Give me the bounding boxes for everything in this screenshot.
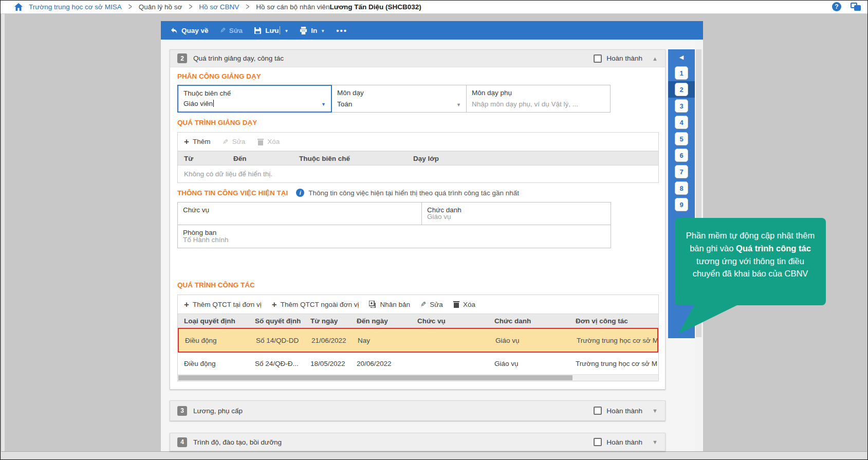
nav-row-3: 3 [668, 98, 695, 114]
section-2-complete-label: Hoàn thành [606, 54, 642, 62]
phongban-label: Phòng ban [183, 229, 216, 236]
mondayphu-field[interactable]: Môn dạy phụ Nhập môn dạy phụ, ví dụ Vật … [466, 85, 611, 113]
edit-button[interactable]: ✎ Sửa [220, 26, 243, 34]
mondayphu-placeholder[interactable]: Nhập môn dạy phụ, ví dụ Vật lý, ... [472, 100, 578, 108]
section-4-header[interactable]: 4 Trình độ, đào tạo, bồi dưỡng Hoàn thàn… [170, 433, 665, 451]
section-3-collapse-icon[interactable]: ▼ [652, 408, 658, 414]
chat-icon[interactable] [851, 3, 861, 11]
text-cursor [213, 100, 214, 107]
teaching-add-button[interactable]: + Thêm [184, 137, 210, 146]
home-icon[interactable] [14, 3, 23, 11]
teaching-delete-button[interactable]: Xóa [257, 138, 280, 145]
work-delete-button[interactable]: Xóa [453, 301, 475, 308]
breadcrumb-current-employee: Lương Tấn Diệu (SHCB032) [329, 3, 421, 11]
nav-row-5: 5 [668, 131, 695, 147]
section-2-title: Quá trình giảng dạy, công tác [193, 54, 284, 62]
tooltip-bold: Quá trình công tác [736, 244, 811, 253]
work-add-internal-button[interactable]: + Thêm QTCT tại đơn vị [184, 300, 262, 309]
teaching-empty-message: Không có dữ liệu để hiển thị. [178, 165, 658, 182]
pencil-icon: ✎ [223, 138, 228, 146]
breadcrumb-current-prefix: Hồ sơ cán bộ nhân viên [256, 3, 329, 11]
section-4-complete-label: Hoàn thành [606, 438, 642, 446]
nav-button-7[interactable]: 7 [675, 165, 688, 178]
teaching-history-table: + Thêm ✎ Sửa Xóa Từ Đến Thuộc biên chế D… [177, 132, 659, 183]
work-history-title: QUÁ TRÌNH CÔNG TÁC [177, 281, 255, 289]
nav-button-8[interactable]: 8 [675, 181, 688, 195]
chucvu-label: Chức vụ [183, 206, 209, 214]
trash-icon [257, 138, 264, 145]
nav-button-4[interactable]: 4 [675, 116, 688, 129]
breadcrumb-separator: > [246, 1, 249, 12]
hscrollbar-thumb[interactable] [178, 375, 572, 380]
section-3-complete-label: Hoàn thành [606, 407, 642, 415]
section-3-badge: 3 [177, 406, 187, 416]
printer-icon [300, 27, 307, 34]
section-2-header[interactable]: 2 Quá trình giảng dạy, công tác Hoàn thà… [170, 50, 665, 67]
bienche-field[interactable]: Thuộc biên chế Giáo viên ▼ [177, 85, 332, 113]
left-edge-strip [2, 14, 5, 459]
nav-row-2-active: 2 [668, 81, 695, 98]
monday-dropdown-caret[interactable]: ▼ [456, 102, 461, 107]
current-job-note: Thông tin công việc hiện tại hiển thị th… [308, 189, 519, 197]
current-job-title: THÔNG TIN CÔNG VIỆC HIỆN TẠI [177, 189, 288, 197]
work-edit-button[interactable]: ✎ Sửa [420, 300, 443, 308]
section-2-collapse-icon[interactable]: ▲ [652, 56, 658, 62]
work-table-hscrollbar[interactable] [178, 375, 658, 381]
plus-icon: + [184, 137, 189, 146]
work-table-row[interactable]: Điều động Số 24/QĐ-Đ... 18/05/2022 20/06… [178, 353, 658, 375]
more-options-button[interactable]: ••• [336, 26, 347, 35]
breadcrumb-separator: > [189, 1, 192, 12]
bienche-dropdown-caret[interactable]: ▼ [321, 102, 326, 107]
assignment-title: PHÂN CÔNG GIẢNG DẠY [177, 72, 261, 80]
section-4-complete-checkbox[interactable] [594, 438, 602, 446]
section-2-complete-checkbox[interactable] [594, 54, 602, 63]
section-3-header[interactable]: 3 Lương, phụ cấp Hoàn thành ▼ [170, 401, 665, 420]
back-button[interactable]: Quay về [170, 27, 209, 34]
work-duplicate-button[interactable]: Nhân bản [369, 301, 410, 308]
work-add-external-button[interactable]: + Thêm QTCT ngoài đơn vị [272, 300, 359, 309]
breadcrumb-separator: > [128, 1, 132, 12]
nav-collapse-icon[interactable]: ◀ [668, 49, 695, 65]
save-dropdown-caret[interactable]: ▼ [284, 29, 288, 33]
section-4-card: 4 Trình độ, đào tạo, bồi dưỡng Hoàn thàn… [170, 433, 666, 451]
bienche-label: Thuộc biên chế [183, 89, 231, 97]
nav-button-3[interactable]: 3 [675, 99, 688, 113]
nav-button-1[interactable]: 1 [675, 66, 688, 80]
bienche-value[interactable]: Giáo viên [183, 100, 213, 107]
chucvu-field: Chức vụ [177, 202, 422, 225]
nav-button-6[interactable]: 6 [675, 149, 688, 162]
print-dropdown-caret[interactable]: ▼ [321, 29, 325, 33]
teaching-table-header: Từ Đến Thuộc biên chế Dạy lớp [178, 151, 658, 165]
section-2-badge: 2 [177, 53, 187, 63]
auto-update-tooltip: Phần mềm tự động cập nhật thêm bản ghi v… [675, 218, 826, 305]
pencil-icon: ✎ [220, 26, 226, 34]
monday-label: Môn dạy [337, 89, 364, 97]
nav-button-9[interactable]: 9 [675, 198, 688, 211]
section-3-card: 3 Lương, phụ cấp Hoàn thành ▼ [170, 400, 666, 421]
phongban-field: Phòng ban Tổ Hành chính [177, 225, 611, 248]
teaching-edit-button[interactable]: ✎ Sửa [223, 138, 245, 146]
breadcrumb-school-link[interactable]: Trường trung học cơ sở MISA [29, 3, 122, 11]
action-toolbar: Quay về ✎ Sửa Lưu ▼ In ▼ ••• [161, 21, 703, 40]
nav-button-5[interactable]: 5 [675, 132, 688, 145]
nav-row-4: 4 [668, 114, 695, 131]
section-4-badge: 4 [177, 437, 187, 447]
monday-value[interactable]: Toán [337, 100, 352, 108]
back-arrow-icon [170, 27, 178, 34]
breadcrumb-item-records[interactable]: Quản lý hồ sơ [139, 3, 182, 11]
section-4-collapse-icon[interactable]: ▼ [652, 439, 658, 445]
section-3-complete-checkbox[interactable] [594, 407, 602, 415]
help-icon[interactable]: ? [832, 2, 841, 11]
print-button[interactable]: In ▼ [300, 27, 325, 34]
save-button[interactable]: Lưu [254, 27, 279, 34]
work-table-row-highlighted[interactable]: Điều động Số 14/QD-DD 21/06/2022 Nay Giá… [178, 328, 658, 353]
breadcrumb-item-cbnv-link[interactable]: Hồ sơ CBNV [199, 3, 239, 11]
nav-button-2[interactable]: 2 [675, 83, 688, 96]
pencil-icon: ✎ [420, 300, 426, 308]
trash-icon [453, 301, 459, 308]
breadcrumb: Trường trung học cơ sở MISA > Quản lý hồ… [0, 0, 868, 14]
monday-field[interactable]: Môn dạy Toán ▼ [331, 85, 467, 113]
toolbar-divider [280, 26, 280, 34]
nav-row-9: 9 [668, 196, 695, 213]
info-icon: i [296, 189, 304, 197]
